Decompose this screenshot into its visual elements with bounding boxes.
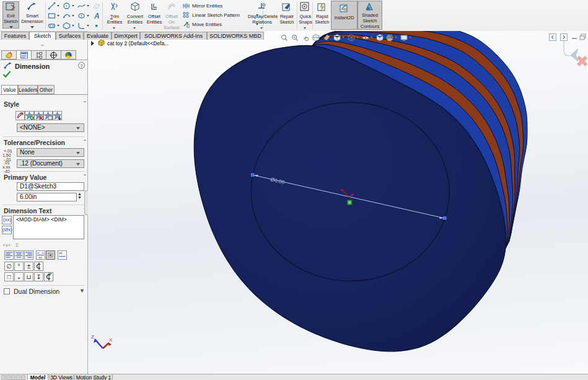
svg-text:A: A xyxy=(94,12,100,20)
svg-text:60: 60 xyxy=(343,7,348,11)
svg-text:xx: xx xyxy=(59,251,63,255)
svg-text:xx: xx xyxy=(38,255,42,259)
svg-text:X: X xyxy=(109,337,113,343)
svg-text:Z: Z xyxy=(91,334,94,340)
